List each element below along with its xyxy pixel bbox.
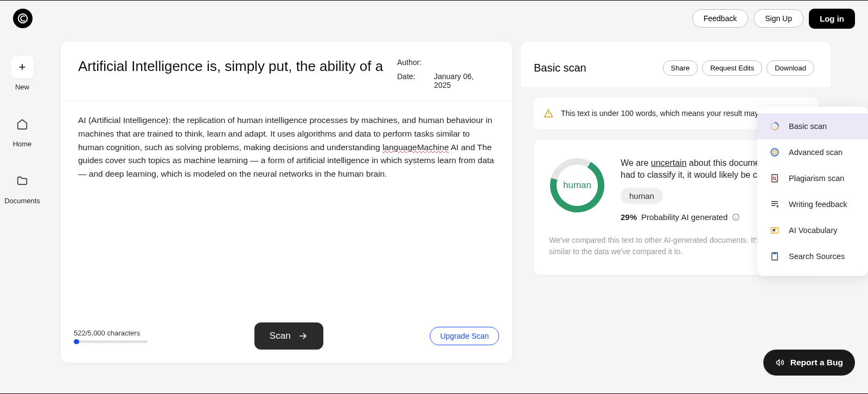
menu-label: Plagiarism scan	[789, 174, 844, 183]
new-button[interactable]: + New	[11, 56, 34, 91]
signup-button[interactable]: Sign Up	[754, 9, 803, 28]
menu-label: Basic scan	[789, 122, 827, 131]
documents-nav[interactable]: Documents	[4, 170, 40, 205]
new-label: New	[15, 83, 29, 91]
probability-donut: human	[549, 157, 605, 214]
character-progress	[74, 340, 148, 343]
menu-ai-vocabulary[interactable]: AI Vocabulary	[757, 217, 868, 243]
menu-writing-feedback[interactable]: Writing feedback	[757, 191, 868, 217]
report-bug-button[interactable]: Report a Bug	[763, 350, 855, 376]
svg-point-5	[773, 151, 776, 154]
info-icon[interactable]	[732, 213, 740, 221]
vocabulary-icon	[770, 225, 780, 235]
menu-label: Advanced scan	[789, 148, 843, 157]
scan-label: Scan	[270, 331, 291, 341]
svg-rect-6	[772, 175, 778, 182]
menu-advanced-scan[interactable]: Advanced scan	[757, 139, 868, 165]
menu-plagiarism-scan[interactable]: Plagiarism scan	[757, 165, 868, 191]
login-button[interactable]: Log in	[809, 9, 855, 29]
bug-label: Report a Bug	[790, 358, 843, 367]
author-label: Author:	[397, 58, 424, 67]
menu-basic-scan[interactable]: Basic scan	[757, 113, 868, 139]
document-body[interactable]: AI (Artificial Intelligence): the replic…	[61, 101, 512, 313]
feedback-button[interactable]: Feedback	[692, 9, 748, 28]
probability-label: Probability AI generated	[641, 212, 727, 222]
results-title: Basic scan	[534, 62, 586, 74]
date-value: January 06, 2025	[434, 72, 488, 89]
date-label: Date:	[397, 72, 424, 89]
spelling-error[interactable]: languageMachine	[382, 143, 449, 152]
plagiarism-icon	[770, 173, 780, 183]
menu-label: Search Sources	[789, 252, 845, 261]
document-title[interactable]: Artificial Intelligence is, simply put, …	[78, 58, 390, 75]
download-button[interactable]: Download	[767, 60, 814, 76]
svg-rect-10	[773, 253, 776, 254]
basic-scan-icon	[770, 121, 780, 131]
documents-label: Documents	[4, 197, 40, 205]
scan-type-menu: Basic scan Advanced scan Plagiarism scan…	[757, 107, 868, 276]
warning-icon	[544, 108, 553, 118]
document-panel: Artificial Intelligence is, simply put, …	[61, 42, 512, 363]
svg-point-0	[18, 14, 28, 23]
sources-icon	[770, 251, 780, 261]
share-button[interactable]: Share	[663, 60, 698, 76]
advanced-scan-icon	[770, 147, 780, 157]
writing-icon	[770, 199, 780, 209]
megaphone-icon	[775, 358, 785, 367]
svg-point-4	[771, 148, 778, 156]
menu-label: AI Vocabulary	[789, 226, 837, 235]
menu-search-sources[interactable]: Search Sources	[757, 243, 868, 269]
donut-label: human	[549, 157, 605, 214]
menu-label: Writing feedback	[789, 200, 847, 209]
warning-text: This text is under 100 words, which mean…	[561, 109, 773, 118]
scan-button[interactable]: Scan	[254, 322, 323, 350]
home-icon	[16, 118, 28, 130]
request-edits-button[interactable]: Request Edits	[702, 60, 762, 76]
home-nav[interactable]: Home	[11, 113, 34, 148]
app-logo[interactable]	[13, 9, 33, 28]
home-label: Home	[13, 140, 32, 148]
arrow-right-icon	[297, 331, 308, 341]
classification-pill: human	[621, 188, 663, 204]
plus-icon: +	[19, 60, 26, 74]
character-count: 522/5,000 characters	[74, 329, 148, 337]
folder-icon	[16, 175, 28, 187]
probability-percent: 29%	[621, 212, 637, 222]
upgrade-scan-button[interactable]: Upgrade Scan	[430, 327, 499, 345]
